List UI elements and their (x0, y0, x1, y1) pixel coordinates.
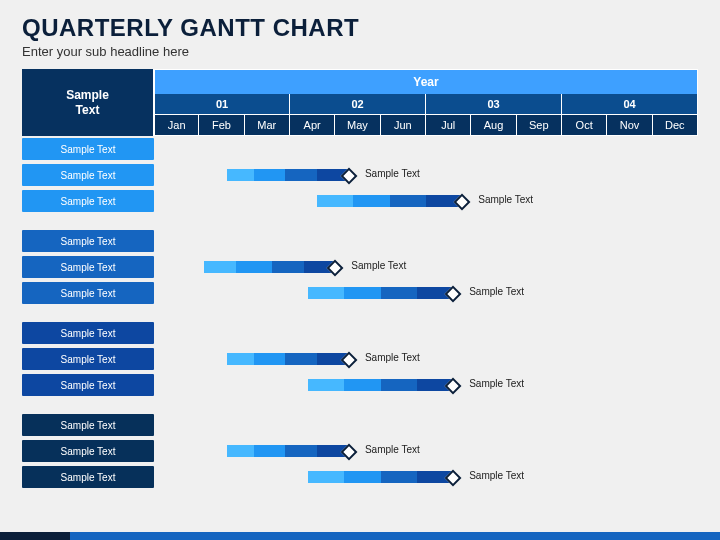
task-row: Sample Text (22, 230, 154, 252)
task-label: Sample Text (22, 440, 154, 462)
task-label: Sample Text (22, 164, 154, 186)
bar-segment (308, 287, 344, 299)
task-row: Sample Text (22, 164, 154, 186)
bar-segment (272, 261, 304, 273)
bar-segment (254, 353, 286, 365)
timeline-row: Sample Text (154, 374, 698, 396)
month-cell: Apr (290, 115, 335, 136)
timeline-row (154, 322, 698, 344)
timeline-row: Sample Text (154, 256, 698, 278)
page-subtitle: Enter your sub headline here (22, 44, 698, 59)
timeline-header: Sample Text Year 01020304 JanFebMarAprMa… (22, 69, 698, 136)
bar-label: Sample Text (365, 168, 420, 179)
task-row: Sample Text (22, 322, 154, 344)
bar-segment (344, 379, 380, 391)
month-cell: Sep (517, 115, 562, 136)
task-label: Sample Text (22, 414, 154, 436)
bar-segment (381, 471, 417, 483)
gantt-bar (204, 261, 335, 273)
bar-label: Sample Text (469, 286, 524, 297)
bar-group: Sample TextSample Text (154, 230, 698, 308)
task-row: Sample Text (22, 466, 154, 488)
month-cell: Nov (607, 115, 652, 136)
month-cell: Mar (245, 115, 290, 136)
month-cell: Jul (426, 115, 471, 136)
bar-segment (285, 353, 317, 365)
bar-label: Sample Text (478, 194, 533, 205)
row-header-label: Sample Text (66, 88, 109, 117)
bar-segment (227, 445, 254, 457)
quarter-cell: 03 (426, 94, 562, 115)
task-row: Sample Text (22, 282, 154, 304)
row-header-box: Sample Text (22, 69, 154, 136)
bar-segment (285, 445, 317, 457)
task-label: Sample Text (22, 322, 154, 344)
task-label: Sample Text (22, 230, 154, 252)
task-row: Sample Text (22, 414, 154, 436)
timeline-row: Sample Text (154, 190, 698, 212)
timeline-row: Sample Text (154, 466, 698, 488)
task-label: Sample Text (22, 348, 154, 370)
page-title: QUARTERLY GANTT CHART (22, 14, 698, 42)
gantt-bar (227, 169, 349, 181)
task-label: Sample Text (22, 374, 154, 396)
gantt-bar (308, 379, 453, 391)
timeline-row: Sample Text (154, 440, 698, 462)
task-label: Sample Text (22, 138, 154, 160)
timeline-row: Sample Text (154, 348, 698, 370)
bar-label: Sample Text (469, 378, 524, 389)
quarter-cell: 04 (562, 94, 698, 115)
task-group: Sample TextSample TextSample Text (22, 322, 154, 400)
bar-group: Sample TextSample Text (154, 138, 698, 216)
task-label: Sample Text (22, 282, 154, 304)
bar-segment (308, 379, 344, 391)
bar-segment (353, 195, 389, 207)
gantt-bar (227, 445, 349, 457)
month-cell: Jun (381, 115, 426, 136)
quarter-row: 01020304 (154, 94, 698, 115)
gantt-bar (317, 195, 462, 207)
bar-segment (381, 287, 417, 299)
bar-segment (204, 261, 236, 273)
timeline-columns: Year 01020304 JanFebMarAprMayJunJulAugSe… (154, 69, 698, 136)
gantt-chart: Sample Text Year 01020304 JanFebMarAprMa… (0, 69, 720, 506)
bar-segment (227, 353, 254, 365)
gantt-bar (308, 287, 453, 299)
task-label: Sample Text (22, 190, 154, 212)
footer-band (0, 532, 720, 540)
bar-segment (344, 471, 380, 483)
quarter-cell: 01 (154, 94, 290, 115)
bar-group: Sample TextSample Text (154, 414, 698, 492)
bar-segment (236, 261, 272, 273)
month-cell: Dec (653, 115, 698, 136)
bar-label: Sample Text (365, 444, 420, 455)
gantt-bar (308, 471, 453, 483)
month-cell: Aug (471, 115, 516, 136)
bar-label: Sample Text (351, 260, 406, 271)
quarter-cell: 02 (290, 94, 426, 115)
task-row: Sample Text (22, 374, 154, 396)
task-group: Sample TextSample TextSample Text (22, 230, 154, 308)
timeline-row (154, 230, 698, 252)
bar-segment (254, 445, 286, 457)
task-row: Sample Text (22, 256, 154, 278)
bar-segment (227, 169, 254, 181)
bar-segment (344, 287, 380, 299)
timeline-row (154, 138, 698, 160)
month-cell: Feb (199, 115, 244, 136)
timeline-bars-column: Sample TextSample TextSample TextSample … (154, 138, 698, 506)
task-group: Sample TextSample TextSample Text (22, 414, 154, 492)
gantt-body: Sample TextSample TextSample TextSample … (22, 138, 698, 506)
month-cell: Jan (154, 115, 199, 136)
gantt-bar (227, 353, 349, 365)
task-label: Sample Text (22, 256, 154, 278)
month-row: JanFebMarAprMayJunJulAugSepOctNovDec (154, 115, 698, 136)
task-label: Sample Text (22, 466, 154, 488)
bar-segment (254, 169, 286, 181)
page-header: QUARTERLY GANTT CHART Enter your sub hea… (0, 0, 720, 69)
task-labels-column: Sample TextSample TextSample TextSample … (22, 138, 154, 506)
year-row: Year (154, 69, 698, 94)
task-row: Sample Text (22, 138, 154, 160)
bar-group: Sample TextSample Text (154, 322, 698, 400)
bar-segment (390, 195, 426, 207)
